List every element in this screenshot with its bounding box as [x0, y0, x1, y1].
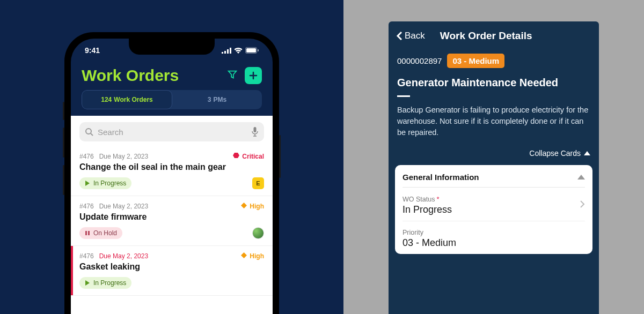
- microphone-icon[interactable]: [251, 127, 259, 137]
- field-label-text: Priority: [402, 229, 423, 236]
- detail-subject: Generator Maintenance Needed: [389, 73, 599, 95]
- card-header[interactable]: General Information: [402, 173, 585, 188]
- diamond-icon: [241, 252, 247, 260]
- id-row: 0000002897 03 - Medium: [389, 50, 599, 73]
- field-label: Priority: [402, 229, 585, 236]
- plus-icon: [249, 71, 258, 80]
- tab-count: 124: [101, 96, 112, 103]
- priority-badge: 03 - Medium: [447, 54, 504, 68]
- card-meta: #476Due May 2, 2023: [79, 203, 148, 210]
- phone-screen: 9:41 Work Orders: [71, 39, 273, 314]
- status-label: In Progress: [93, 279, 126, 287]
- tab-label: Work Orders: [114, 96, 152, 103]
- page-title: Work Orders: [82, 66, 179, 85]
- diamond-icon: [241, 203, 247, 210]
- workorder-title: Change the oil seal in the main gear: [79, 162, 264, 172]
- tab-pms[interactable]: 3 PMs: [172, 90, 262, 109]
- detail-header: Back Work Order Details: [389, 21, 599, 50]
- chevron-left-icon: [396, 31, 402, 41]
- tab-label: PMs: [214, 96, 227, 103]
- svg-rect-8: [254, 127, 257, 132]
- workorder-card[interactable]: #476Due May 2, 2023HighGasket leakingIn …: [71, 246, 273, 296]
- workorder-id: #476: [79, 153, 94, 160]
- chevron-right-icon: [580, 200, 585, 211]
- wifi-icon: [234, 47, 243, 54]
- battery-icon: [245, 47, 259, 54]
- general-info-card: General Information WO Status * In Progr…: [395, 165, 592, 254]
- svg-rect-12: [85, 231, 87, 235]
- play-icon: [85, 280, 90, 286]
- collapse-cards-button[interactable]: Collapse Cards: [389, 149, 599, 163]
- tab-count: 3: [208, 96, 211, 103]
- priority-indicator: High: [241, 203, 264, 210]
- assignee-avatar: [252, 227, 264, 239]
- workorder-title: Update firmware: [79, 212, 264, 222]
- tab-work-orders[interactable]: 124 Work Orders: [82, 90, 172, 109]
- svg-point-7: [86, 129, 91, 134]
- card-footer-row: In Progress: [79, 277, 264, 289]
- card-footer-row: On Hold: [79, 227, 264, 239]
- phone-notch: [129, 39, 215, 55]
- status-chip: On Hold: [79, 227, 122, 239]
- workorder-due: Due May 2, 2023: [99, 153, 148, 160]
- field-value: In Progress: [402, 204, 585, 215]
- status-time: 9:41: [85, 46, 100, 55]
- field-value: 03 - Medium: [402, 237, 585, 249]
- priority-label: High: [250, 203, 264, 210]
- divider: [397, 95, 410, 97]
- tabs: 124 Work Orders 3 PMs: [82, 90, 262, 109]
- card-footer-row: In ProgressE: [79, 177, 264, 189]
- field-wo-status[interactable]: WO Status * In Progress: [402, 188, 585, 221]
- chevron-up-icon: [584, 151, 590, 155]
- search-icon: [85, 128, 93, 136]
- svg-marker-14: [241, 252, 247, 258]
- svg-rect-2: [227, 49, 229, 54]
- assignee-badge: E: [252, 177, 264, 189]
- card-meta: #476Due May 2, 2023: [79, 252, 148, 260]
- svg-rect-0: [222, 52, 223, 54]
- search-input[interactable]: [98, 128, 247, 137]
- back-button[interactable]: Back: [396, 31, 425, 41]
- field-label-text: WO Status: [402, 196, 435, 203]
- status-chip: In Progress: [79, 277, 131, 289]
- collapse-label: Collapse Cards: [529, 149, 581, 158]
- svg-rect-5: [246, 48, 256, 53]
- field-label: WO Status *: [402, 195, 585, 203]
- status-chip: In Progress: [79, 177, 131, 189]
- workorder-id: 0000002897: [397, 56, 442, 65]
- detail-description: Backup Generator is failing to produce e…: [389, 104, 599, 149]
- phone-side-button: [63, 165, 64, 195]
- required-indicator: *: [436, 195, 439, 203]
- left-pane: 9:41 Work Orders: [0, 0, 343, 314]
- svg-rect-1: [224, 51, 226, 54]
- search-box[interactable]: [79, 122, 264, 141]
- card-meta-row: #476Due May 2, 2023High: [79, 252, 264, 260]
- card-meta: #476Due May 2, 2023: [79, 153, 148, 160]
- svg-rect-6: [258, 49, 259, 51]
- add-button[interactable]: [245, 67, 262, 84]
- card-meta-row: #476Due May 2, 2023High: [79, 203, 264, 210]
- svg-marker-10: [85, 181, 90, 186]
- svg-marker-11: [241, 203, 247, 208]
- filter-icon[interactable]: [226, 69, 238, 83]
- field-priority[interactable]: Priority 03 - Medium: [402, 221, 585, 249]
- priority-indicator: High: [241, 252, 264, 260]
- priority-label: Critical: [242, 153, 264, 160]
- phone-frame: 9:41 Work Orders: [64, 32, 279, 314]
- header-actions: [226, 67, 262, 84]
- svg-rect-13: [88, 231, 90, 235]
- workorder-card[interactable]: #476Due May 2, 2023CriticalChange the oi…: [71, 146, 273, 196]
- search-wrap: [71, 116, 273, 146]
- detail-title: Work Order Details: [440, 30, 591, 42]
- workorder-due: Due May 2, 2023: [99, 252, 148, 260]
- app-header: Work Orders: [71, 62, 273, 90]
- workorder-card[interactable]: #476Due May 2, 2023HighUpdate firmwareOn…: [71, 196, 273, 246]
- priority-label: High: [250, 252, 264, 260]
- svg-marker-15: [85, 280, 90, 286]
- right-pane: Back Work Order Details 0000002897 03 - …: [343, 0, 644, 314]
- card-title: General Information: [402, 173, 479, 182]
- workorder-due: Due May 2, 2023: [99, 203, 148, 210]
- workorder-id: #476: [79, 252, 94, 260]
- workorder-id: #476: [79, 203, 94, 210]
- priority-indicator: Critical: [233, 152, 264, 160]
